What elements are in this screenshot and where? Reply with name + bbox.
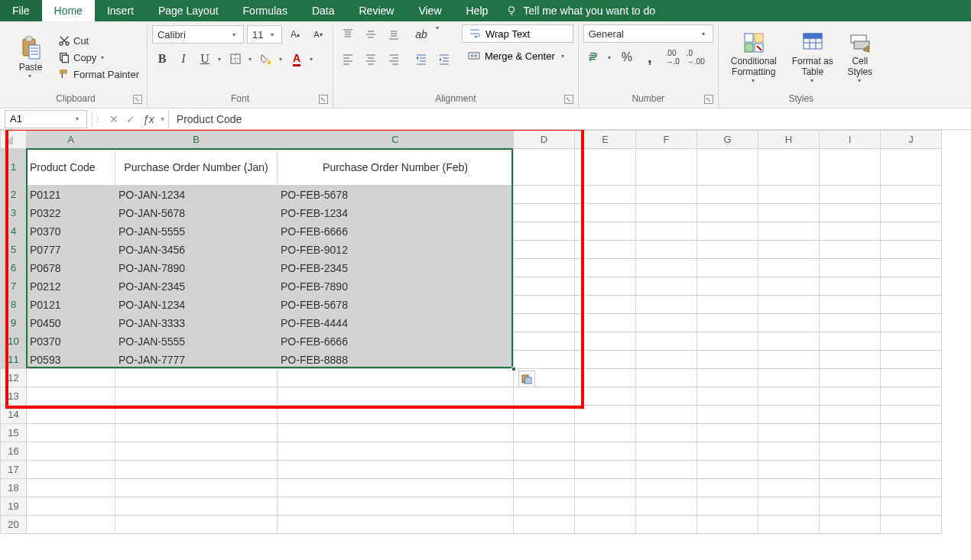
cell-A5[interactable]: P0777 xyxy=(27,241,115,259)
fill-dd[interactable]: ▾ xyxy=(279,56,285,63)
cell-B9[interactable]: PO-JAN-3333 xyxy=(115,314,278,332)
cell[interactable] xyxy=(514,222,575,241)
cell[interactable] xyxy=(881,369,942,387)
row-header-2[interactable]: 2 xyxy=(1,186,27,204)
cell[interactable] xyxy=(758,369,820,387)
borders-dd[interactable]: ▾ xyxy=(248,56,255,63)
cell[interactable] xyxy=(697,369,758,387)
cell[interactable] xyxy=(697,351,758,369)
cell-C1[interactable]: Purchase Order Number (Feb) xyxy=(278,149,514,186)
cell[interactable] xyxy=(758,296,820,314)
col-header-B[interactable]: B xyxy=(115,131,278,149)
cell[interactable] xyxy=(758,351,820,369)
cell[interactable] xyxy=(697,186,758,204)
cell[interactable] xyxy=(636,241,697,259)
cell[interactable] xyxy=(575,241,636,259)
cell-C11[interactable]: PO-FEB-8888 xyxy=(278,351,514,369)
row-header-3[interactable]: 3 xyxy=(1,204,27,222)
cell[interactable] xyxy=(820,314,881,332)
cell[interactable] xyxy=(881,406,942,424)
cell[interactable] xyxy=(758,332,820,351)
cell[interactable] xyxy=(758,406,820,424)
cell[interactable] xyxy=(278,442,514,461)
cell[interactable] xyxy=(636,314,697,332)
decrease-indent-icon[interactable] xyxy=(411,49,431,69)
namebox-expand-icon[interactable]: ⋮ xyxy=(93,115,103,123)
row-header-20[interactable]: 20 xyxy=(1,516,27,534)
orient-dd[interactable]: ▾ xyxy=(436,24,442,44)
cell[interactable] xyxy=(820,369,881,387)
cell[interactable] xyxy=(697,314,758,332)
cell[interactable] xyxy=(758,442,820,461)
cell[interactable] xyxy=(514,241,575,259)
cell[interactable] xyxy=(575,351,636,369)
col-header-E[interactable]: E xyxy=(575,131,636,149)
cell[interactable] xyxy=(881,516,942,534)
italic-button[interactable]: I xyxy=(174,49,193,69)
cell-A8[interactable]: P0121 xyxy=(27,296,115,314)
align-center-icon[interactable] xyxy=(361,49,381,69)
align-right-icon[interactable] xyxy=(384,49,404,69)
cell[interactable] xyxy=(27,387,115,406)
cell[interactable] xyxy=(881,332,942,351)
cell-C6[interactable]: PO-FEB-2345 xyxy=(278,259,514,277)
cell-A3[interactable]: P0322 xyxy=(27,204,115,222)
cell-B8[interactable]: PO-JAN-1234 xyxy=(115,296,278,314)
cell[interactable] xyxy=(575,204,636,222)
cell[interactable] xyxy=(758,259,820,277)
tab-insert[interactable]: Insert xyxy=(95,0,146,21)
cell[interactable] xyxy=(278,479,514,497)
wrap-text-button[interactable]: Wrap Text xyxy=(462,24,573,43)
row-header-14[interactable]: 14 xyxy=(1,406,27,424)
select-all-corner[interactable] xyxy=(1,131,27,149)
worksheet-grid[interactable]: A B C D E F G H I J 1Product CodePurchas… xyxy=(0,130,942,534)
cell-A2[interactable]: P0121 xyxy=(27,186,115,204)
cell[interactable] xyxy=(278,461,514,479)
cell[interactable] xyxy=(697,149,758,186)
cell[interactable] xyxy=(115,406,278,424)
cell[interactable] xyxy=(758,479,820,497)
cell[interactable] xyxy=(514,332,575,351)
cell[interactable] xyxy=(636,406,697,424)
cell[interactable] xyxy=(881,387,942,406)
cell[interactable] xyxy=(636,277,697,296)
cell[interactable] xyxy=(575,424,636,442)
cell[interactable] xyxy=(27,516,115,534)
font-size-select[interactable]: 11▾ xyxy=(247,25,282,44)
cell[interactable] xyxy=(697,479,758,497)
cell[interactable] xyxy=(575,442,636,461)
cell[interactable] xyxy=(636,204,697,222)
cell[interactable] xyxy=(697,424,758,442)
cell[interactable] xyxy=(881,277,942,296)
cell[interactable] xyxy=(278,424,514,442)
orientation-button[interactable]: ab xyxy=(411,24,431,44)
comma-button[interactable]: , xyxy=(640,47,660,67)
cell-A6[interactable]: P0678 xyxy=(27,259,115,277)
cell[interactable] xyxy=(115,461,278,479)
underline-button[interactable]: U xyxy=(195,49,215,69)
acct-dd[interactable]: ▾ xyxy=(608,54,614,61)
cell[interactable] xyxy=(697,332,758,351)
cell-styles-button[interactable]: Cell Styles▾ xyxy=(841,24,879,90)
cell[interactable] xyxy=(820,222,881,241)
cell[interactable] xyxy=(575,461,636,479)
cell[interactable] xyxy=(575,387,636,406)
cell-C8[interactable]: PO-FEB-5678 xyxy=(278,296,514,314)
cell[interactable] xyxy=(820,259,881,277)
cell[interactable] xyxy=(575,479,636,497)
increase-indent-icon[interactable] xyxy=(434,49,454,69)
cell[interactable] xyxy=(881,259,942,277)
cell[interactable] xyxy=(820,332,881,351)
increase-font-icon[interactable]: A▴ xyxy=(285,24,305,44)
dialog-launcher-icon[interactable]: ⤡ xyxy=(133,95,142,104)
cell[interactable] xyxy=(278,369,514,387)
cell[interactable] xyxy=(575,406,636,424)
tab-help[interactable]: Help xyxy=(454,0,501,21)
fx-icon[interactable]: ƒx xyxy=(143,113,154,125)
cell[interactable] xyxy=(697,497,758,516)
cell-B2[interactable]: PO-JAN-1234 xyxy=(115,186,278,204)
cell[interactable] xyxy=(758,204,820,222)
row-header-7[interactable]: 7 xyxy=(1,277,27,296)
cell[interactable] xyxy=(575,497,636,516)
formula-bar-input[interactable]: Product Code xyxy=(168,110,971,128)
